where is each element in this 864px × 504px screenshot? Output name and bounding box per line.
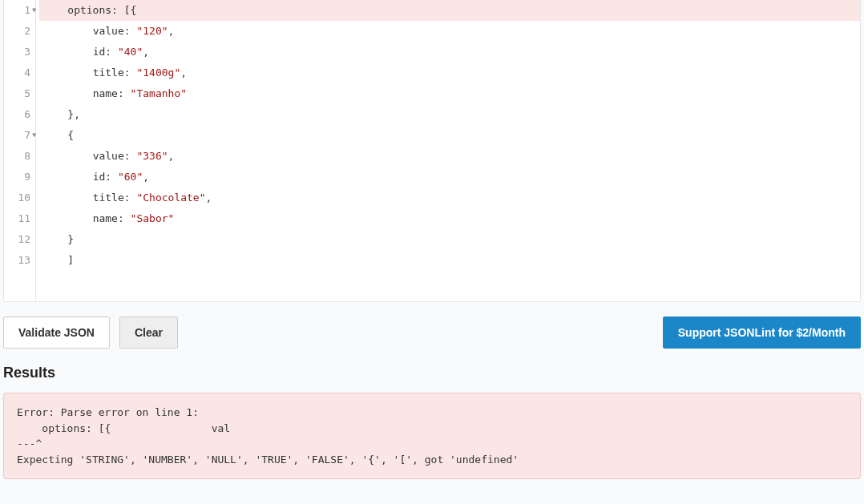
code-line[interactable]: id: "40",: [39, 42, 860, 62]
code-line[interactable]: {: [39, 125, 860, 146]
code-line[interactable]: id: "60",: [39, 167, 860, 187]
line-number: 1▼: [4, 0, 35, 21]
code-line[interactable]: }: [39, 229, 860, 250]
code-line[interactable]: name: "Tamanho": [39, 83, 860, 104]
line-number: 12: [4, 229, 35, 250]
line-number: 9: [4, 167, 35, 187]
line-number: 4: [4, 62, 35, 83]
line-number: 10: [4, 187, 35, 208]
code-editor[interactable]: 1▼234567▼8910111213 options: [{ value: "…: [3, 0, 861, 302]
code-line[interactable]: options: [{: [39, 0, 860, 21]
toolbar: Validate JSON Clear Support JSONLint for…: [0, 302, 864, 363]
line-number: 2: [4, 21, 35, 42]
code-line[interactable]: value: "120",: [39, 21, 860, 42]
code-line[interactable]: ]: [39, 250, 860, 271]
line-number-gutter: 1▼234567▼8910111213: [4, 0, 36, 301]
line-number: 3: [4, 42, 35, 62]
results-error-box: Error: Parse error on line 1: options: […: [3, 393, 861, 479]
code-area[interactable]: options: [{ value: "120", id: "40", titl…: [36, 0, 860, 301]
line-number: 7▼: [4, 125, 35, 146]
fold-toggle-icon[interactable]: ▼: [30, 0, 36, 21]
validate-json-button[interactable]: Validate JSON: [3, 317, 110, 349]
line-number: 8: [4, 146, 35, 167]
line-number: 11: [4, 208, 35, 229]
code-line[interactable]: title: "1400g",: [39, 62, 860, 83]
results-heading: Results: [0, 363, 864, 393]
line-number: 13: [4, 250, 35, 271]
fold-toggle-icon[interactable]: ▼: [30, 125, 36, 146]
line-number: 6: [4, 104, 35, 125]
code-line[interactable]: title: "Chocolate",: [39, 187, 860, 208]
support-jsonlint-button[interactable]: Support JSONLint for $2/Month: [663, 317, 861, 349]
line-number: 5: [4, 83, 35, 104]
code-line[interactable]: name: "Sabor": [39, 208, 860, 229]
code-line[interactable]: },: [39, 104, 860, 125]
code-line[interactable]: value: "336",: [39, 146, 860, 167]
clear-button[interactable]: Clear: [119, 317, 178, 349]
